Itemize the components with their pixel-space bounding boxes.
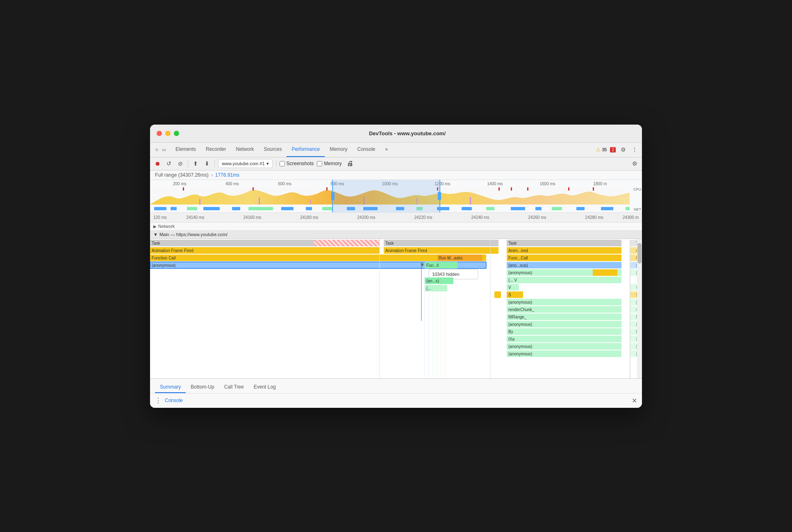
tab-more[interactable]: » [380,142,393,157]
memory-checkbox[interactable] [317,161,322,166]
tab-performance[interactable]: Performance [287,142,325,157]
svg-text:(ano...ous): (ano...ous) [508,263,528,268]
main-collapse-arrow[interactable]: ▼ [153,232,158,237]
svg-text:S: S [508,293,511,297]
svg-rect-10 [498,187,500,191]
svg-text:Animation Frame Fired: Animation Frame Fired [152,248,193,253]
network-collapse-arrow[interactable]: ▶ [153,224,157,229]
svg-rect-120 [630,306,637,313]
tab-sources[interactable]: Sources [259,142,287,157]
svg-rect-31 [511,207,525,210]
svg-rect-90 [507,336,621,342]
svg-rect-113 [630,247,637,254]
tab-summary[interactable]: Summary [155,381,186,393]
clear-button[interactable]: ⊘ [176,159,184,168]
svg-text:Animation Frame Fired: Animation Frame Fired [385,248,427,253]
svg-rect-8 [326,187,328,191]
error-badge[interactable]: 2 [610,147,616,152]
svg-text:(anonymous): (anonymous) [508,352,532,356]
svg-rect-72 [593,269,617,276]
url-select[interactable]: www.youtube.com #1 ▾ [218,159,273,168]
net-axis-label: NET [634,207,641,211]
devtools-window: DevTools - www.youtube.com/ ⊹ ▭ Elements… [150,125,642,408]
svg-text:10343 hidden: 10343 hidden [432,272,460,277]
detail-mark-7: 24260 ms [509,215,566,220]
selection-handle-left[interactable] [331,192,335,200]
main-track-header: ▼ Main — https://www.youtube.com/ [150,231,642,239]
memory-label: Memory [324,161,341,166]
cpu-axis-label: CPU [633,187,641,191]
url-dropdown-icon: ▾ [266,161,269,166]
reload-record-button[interactable]: ↺ [165,159,173,168]
svg-rect-122 [630,321,637,327]
tab-console[interactable]: Console [352,142,380,157]
svg-rect-116 [630,269,637,276]
more-options-icon[interactable]: ⋮ [630,146,639,154]
close-button[interactable] [157,131,162,136]
main-track-label: Main — https://www.youtube.com/ [159,232,228,237]
console-bar: ⋮ Console ✕ [150,393,642,408]
screenshots-checkbox[interactable] [280,161,285,166]
traffic-lights [157,131,179,136]
console-tab-label[interactable]: Console [165,398,183,403]
detail-mark-9: 24300 m [623,215,639,220]
svg-rect-29 [462,207,472,210]
svg-rect-96 [630,240,630,378]
performance-toolbar: ⏺ ↺ ⊘ ⬆ ⬇ www.youtube.com #1 ▾ Screensho… [150,157,642,171]
svg-rect-33 [552,207,562,210]
minimize-button[interactable] [165,131,171,136]
flame-scrollbar[interactable] [637,239,642,378]
tab-network[interactable]: Network [231,142,259,157]
console-close-icon[interactable]: ✕ [632,397,637,405]
timeline-selection[interactable] [332,180,440,212]
svg-rect-17 [187,207,197,210]
detail-mark-5: 24220 ms [395,215,452,220]
toolbar-separator-2 [214,160,215,167]
mark-1400ms: 1400 ms [469,182,521,186]
svg-rect-117 [630,284,637,291]
mark-200ms: 200 ms [153,182,206,186]
capture-settings-icon[interactable]: ⚙ [630,159,639,168]
flame-chart-viewport[interactable]: Task Task Task Animation Frame Fired Ani… [150,239,637,378]
memory-icon[interactable]: 🖨 [347,160,353,167]
svg-text:V: V [508,285,511,290]
detail-mark-0: 120 ms [153,215,167,220]
screen-icon[interactable]: ▭ [161,146,167,153]
svg-rect-5 [470,197,471,205]
svg-rect-114 [630,255,637,261]
tab-elements[interactable]: Elements [171,142,201,157]
selection-handle-right[interactable] [438,192,441,200]
toolbar-separator-3 [276,160,276,167]
tab-bottom-up[interactable]: Bottom-Up [186,381,219,393]
network-track: ▶ Network [150,223,642,231]
tab-memory[interactable]: Memory [325,142,352,157]
detail-mark-8: 24280 ms [566,215,623,220]
memory-checkbox-label[interactable]: Memory [317,161,341,166]
console-more-icon[interactable]: ⋮ [155,397,162,405]
tab-call-tree[interactable]: Call Tree [219,381,249,393]
tab-recorder[interactable]: Recorder [201,142,231,157]
detail-mark-4: 24200 ms [338,215,395,220]
svg-rect-23 [322,207,332,210]
settings-gear-icon[interactable]: ⚙ [619,146,627,154]
download-button[interactable]: ⬇ [203,159,211,168]
tab-event-log[interactable]: Event Log [249,381,281,393]
cursor-icon[interactable]: ⊹ [153,146,160,153]
scroll-thumb[interactable] [637,243,642,264]
screenshots-checkbox-label[interactable]: Screenshots [280,161,314,166]
warning-badge[interactable]: ⚠ 35 [596,147,607,152]
maximize-button[interactable] [174,131,179,136]
svg-rect-34 [576,207,585,210]
svg-rect-21 [281,207,294,210]
svg-rect-123 [630,328,637,335]
record-button[interactable]: ⏺ [153,159,162,168]
svg-text:Function Call: Function Call [152,256,175,260]
svg-rect-1 [259,198,260,205]
titlebar: DevTools - www.youtube.com/ [150,125,642,143]
svg-text:Func...Call: Func...Call [508,256,528,260]
upload-button[interactable]: ⬆ [191,159,200,168]
warning-icon: ⚠ [596,147,601,152]
toolbar-separator-1 [188,160,188,167]
svg-text:renderChunk_: renderChunk_ [508,307,535,312]
flame-chart-main[interactable]: Task Task Task Animation Frame Fired Ani… [150,239,642,378]
